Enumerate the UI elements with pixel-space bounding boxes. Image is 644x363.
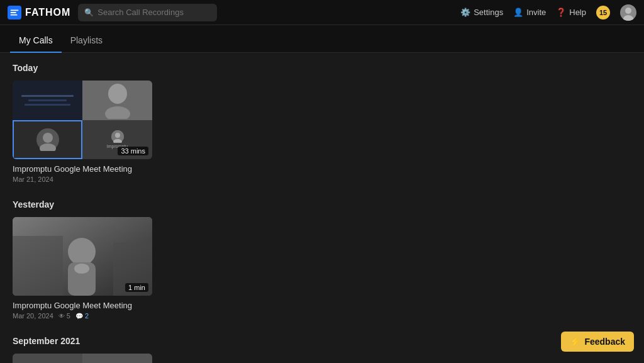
call-thumbnail: Impromptu 33 mins bbox=[13, 81, 152, 159]
settings-icon: ⚙️ bbox=[460, 8, 470, 17]
header-actions: ⚙️ Settings 👤 Invite ❓ Help 15 bbox=[460, 4, 636, 21]
list-item[interactable]: 1 min Impromptu Google Meet Meeting Mar … bbox=[13, 217, 152, 320]
nav-tabs: My Calls Playlists bbox=[0, 25, 644, 53]
call-meta: Mar 21, 2024 bbox=[13, 176, 152, 183]
section-today-title: Today bbox=[13, 63, 631, 73]
svg-point-5 bbox=[105, 106, 130, 119]
svg-point-2 bbox=[625, 8, 631, 14]
partial-grid bbox=[13, 354, 152, 363]
feedback-button[interactable]: ⚡ Feedback bbox=[561, 332, 634, 352]
screen-bar-3 bbox=[25, 104, 70, 106]
logo[interactable]: FATHOM bbox=[8, 6, 70, 20]
svg-point-16 bbox=[68, 238, 96, 265]
call-thumbnail-sept[interactable] bbox=[13, 354, 152, 363]
avatar-icon bbox=[620, 4, 636, 21]
avatar-icon-bl bbox=[36, 128, 59, 151]
svg-point-10 bbox=[115, 133, 120, 138]
svg-rect-14 bbox=[13, 236, 63, 296]
duration-badge: 33 mins bbox=[118, 147, 148, 155]
svg-point-18 bbox=[74, 264, 89, 274]
screen-share-cell bbox=[13, 81, 82, 120]
views-count: 5 bbox=[67, 312, 70, 320]
help-label: Help bbox=[569, 8, 586, 17]
svg-point-4 bbox=[108, 84, 127, 104]
call-meta-yesterday: Mar 20, 2024 👁 5 💬 2 bbox=[13, 312, 152, 320]
face-icon-top-right bbox=[102, 81, 133, 119]
notifications-count: 15 bbox=[599, 9, 607, 16]
call-title-yesterday: Impromptu Google Meet Meeting bbox=[13, 301, 152, 310]
invite-button[interactable]: 👤 Invite bbox=[513, 8, 546, 17]
settings-label: Settings bbox=[474, 8, 503, 17]
svg-point-7 bbox=[43, 133, 53, 143]
feedback-label: Feedback bbox=[584, 337, 625, 347]
search-input[interactable] bbox=[97, 8, 211, 17]
screen-bar-1 bbox=[21, 95, 73, 97]
comments-count: 2 bbox=[85, 312, 89, 320]
help-button[interactable]: ❓ Help bbox=[556, 8, 586, 17]
avatar-cell-bottom-left bbox=[13, 120, 82, 160]
logo-text: FATHOM bbox=[25, 7, 70, 18]
section-september-2021: September 2021 bbox=[13, 336, 631, 363]
section-today: Today bbox=[13, 63, 631, 184]
call-date: Mar 21, 2024 bbox=[13, 176, 53, 183]
user-avatar[interactable] bbox=[620, 4, 636, 21]
section-yesterday-title: Yesterday bbox=[13, 199, 631, 209]
partial-cell-right bbox=[82, 354, 152, 363]
feedback-icon: ⚡ bbox=[570, 337, 580, 347]
views-icon: 👁 bbox=[58, 313, 65, 320]
section-yesterday: Yesterday bbox=[13, 199, 631, 321]
comments-icon: 💬 bbox=[75, 313, 83, 320]
tab-playlists[interactable]: Playlists bbox=[62, 29, 111, 53]
comments-stat: 💬 2 bbox=[75, 312, 89, 320]
notifications-badge[interactable]: 15 bbox=[596, 6, 610, 20]
list-item[interactable]: Impromptu 33 mins Impromptu Google Meet … bbox=[13, 81, 152, 183]
tab-my-calls[interactable]: My Calls bbox=[10, 29, 62, 53]
person-cell-top-right bbox=[82, 81, 152, 120]
small-face-icon bbox=[111, 130, 124, 143]
main-content: Today bbox=[0, 53, 644, 363]
section-sept-title: September 2021 bbox=[13, 336, 631, 346]
settings-button[interactable]: ⚙️ Settings bbox=[460, 8, 503, 17]
search-icon: 🔍 bbox=[84, 8, 94, 17]
views-stat: 👁 5 bbox=[58, 312, 70, 320]
face-svg bbox=[111, 130, 124, 143]
invite-label: Invite bbox=[526, 8, 546, 17]
app-header: FATHOM 🔍 ⚙️ Settings 👤 Invite ❓ Help 15 bbox=[0, 0, 644, 25]
partial-cell-left bbox=[13, 354, 82, 363]
invite-icon: 👤 bbox=[513, 8, 523, 17]
call-title: Impromptu Google Meet Meeting bbox=[13, 164, 152, 174]
call-thumbnail-yesterday: 1 min bbox=[13, 217, 152, 296]
fathom-logo-icon bbox=[8, 6, 21, 20]
help-icon: ❓ bbox=[556, 8, 566, 17]
search-bar[interactable]: 🔍 bbox=[78, 4, 217, 21]
call-date-yesterday: Mar 20, 2024 bbox=[13, 312, 53, 320]
duration-badge-yesterday: 1 min bbox=[125, 283, 148, 292]
screen-bar-2 bbox=[28, 99, 67, 101]
